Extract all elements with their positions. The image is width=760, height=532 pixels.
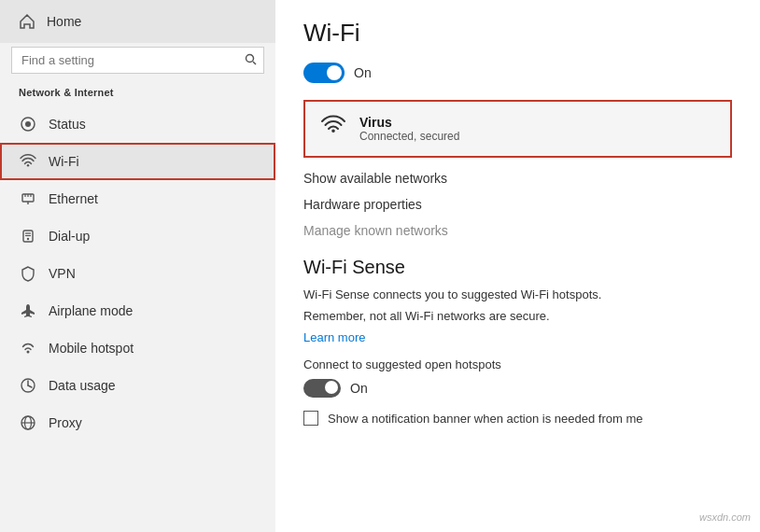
hotspot-icon — [19, 339, 37, 357]
search-icon — [245, 53, 257, 68]
sidebar-item-ethernet-label: Ethernet — [49, 191, 98, 206]
sidebar-item-dialup[interactable]: Dial-up — [0, 217, 275, 255]
wifi-sense-desc2: Remember, not all Wi-Fi networks are sec… — [303, 309, 732, 323]
sidebar-item-vpn[interactable]: VPN — [0, 255, 275, 292]
notification-checkbox-row: Show a notification banner when action i… — [303, 411, 732, 426]
sidebar-item-proxy-label: Proxy — [49, 415, 82, 430]
dialup-icon — [19, 227, 37, 245]
wifi-toggle[interactable] — [303, 63, 345, 83]
hotspot-toggle-label: On — [350, 381, 368, 396]
sidebar-item-dialup-label: Dial-up — [49, 229, 90, 244]
manage-known-networks-link[interactable]: Manage known networks — [303, 223, 732, 238]
home-icon — [19, 13, 35, 30]
svg-point-3 — [25, 121, 31, 127]
watermark: wsxdn.com — [699, 511, 751, 523]
svg-point-10 — [27, 238, 29, 240]
wifi-toggle-label: On — [354, 65, 372, 80]
proxy-icon — [19, 413, 37, 432]
search-input[interactable] — [11, 47, 264, 74]
network-wifi-icon — [320, 113, 346, 145]
sidebar-item-wifi[interactable]: Wi-Fi — [0, 143, 275, 180]
vpn-icon — [19, 264, 37, 283]
network-info: Virus Connected, secured — [359, 115, 715, 143]
sidebar-item-ethernet[interactable]: Ethernet — [0, 180, 275, 217]
learn-more-link[interactable]: Learn more — [303, 330, 732, 344]
network-name: Virus — [359, 115, 715, 130]
connected-network-card[interactable]: Virus Connected, secured — [303, 100, 732, 158]
home-label: Home — [47, 14, 81, 29]
sidebar-item-status-label: Status — [49, 117, 86, 132]
wifi-icon — [19, 152, 37, 171]
hotspot-toggle-row: On — [303, 379, 732, 398]
data-usage-icon — [19, 376, 37, 395]
ethernet-icon — [19, 189, 37, 208]
sidebar-item-status[interactable]: Status — [0, 105, 275, 143]
sidebar-item-hotspot[interactable]: Mobile hotspot — [0, 329, 275, 367]
page-title: Wi-Fi — [303, 19, 732, 48]
notification-checkbox-label: Show a notification banner when action i… — [328, 412, 642, 426]
sidebar: Home Network & Internet Status — [0, 0, 275, 532]
sidebar-item-airplane[interactable]: Airplane mode — [0, 292, 275, 329]
network-status: Connected, secured — [359, 130, 715, 143]
airplane-icon — [19, 301, 37, 320]
notification-checkbox[interactable] — [303, 411, 318, 426]
hotspot-toggle[interactable] — [303, 379, 341, 398]
show-networks-link[interactable]: Show available networks — [303, 171, 732, 186]
sidebar-item-proxy[interactable]: Proxy — [0, 404, 275, 441]
hotspot-toggle-knob — [325, 381, 338, 394]
svg-point-13 — [27, 351, 30, 354]
sidebar-item-wifi-label: Wi-Fi — [49, 154, 79, 169]
hardware-properties-link[interactable]: Hardware properties — [303, 197, 732, 212]
content-area: Wi-Fi On Virus Connected, secured — [275, 0, 760, 532]
search-box — [11, 47, 264, 74]
wifi-sense-desc1: Wi-Fi Sense connects you to suggested Wi… — [303, 287, 732, 301]
sidebar-item-datausage[interactable]: Data usage — [0, 367, 275, 404]
wifi-toggle-row: On — [303, 63, 732, 83]
sidebar-item-hotspot-label: Mobile hotspot — [49, 341, 134, 356]
svg-point-0 — [246, 54, 254, 62]
wifi-sense-title: Wi-Fi Sense — [303, 257, 732, 278]
svg-line-1 — [253, 62, 256, 64]
sidebar-item-vpn-label: VPN — [49, 266, 76, 281]
home-nav-item[interactable]: Home — [0, 0, 275, 43]
sidebar-item-datausage-label: Data usage — [49, 378, 116, 393]
status-icon — [19, 115, 37, 133]
sidebar-section-title: Network & Internet — [0, 83, 275, 105]
sidebar-item-airplane-label: Airplane mode — [49, 303, 133, 318]
wifi-toggle-knob — [327, 65, 342, 80]
connect-hotspots-label: Connect to suggested open hotspots — [303, 357, 732, 371]
